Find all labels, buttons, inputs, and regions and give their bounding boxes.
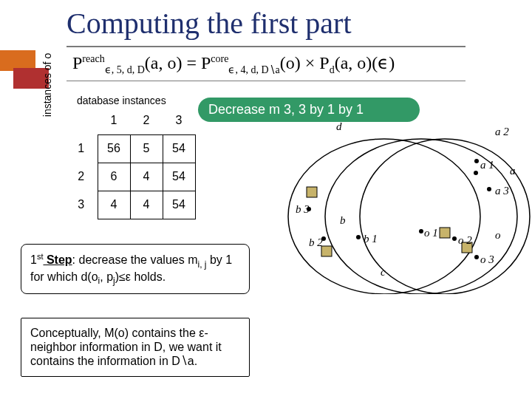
col-header: 3 [163, 106, 195, 134]
col-header: 1 [98, 106, 130, 134]
cell: 56 [98, 134, 130, 163]
svg-point-8 [487, 187, 491, 191]
cell: 4 [130, 163, 163, 191]
svg-point-13 [419, 229, 423, 233]
svg-point-7 [474, 159, 479, 163]
lbl-b1: b 1 [364, 233, 378, 245]
cell: 4 [130, 191, 163, 219]
lbl-a2: a 2 [495, 126, 509, 137]
cell: 54 [163, 191, 195, 219]
svg-rect-5 [440, 228, 450, 238]
lbl-o2: o 2 [458, 234, 472, 246]
lbl-o: o [495, 229, 501, 241]
svg-point-15 [474, 255, 479, 259]
cell: 5 [130, 134, 163, 163]
instances-of-o-label: instances of o [41, 41, 53, 129]
lbl-c: c [381, 266, 386, 278]
cell: 6 [98, 163, 130, 191]
mij-table: 1 2 3 1 56 5 54 2 6 4 54 3 4 4 54 [65, 106, 196, 219]
row-header: 3 [65, 191, 98, 219]
svg-point-11 [356, 235, 361, 239]
svg-rect-4 [321, 246, 332, 256]
row-header: 1 [65, 134, 98, 163]
formula: Preachϵ, 5, d, D(a, o) = Pcoreϵ, 4, d, D… [66, 46, 466, 81]
lbl-b: b [340, 214, 346, 226]
lbl-b2: b 2 [309, 236, 323, 248]
lbl-a1: a 1 [480, 159, 494, 171]
svg-point-14 [452, 236, 457, 241]
cell: 4 [98, 191, 130, 219]
lbl-b3: b 3 [296, 203, 310, 215]
svg-point-9 [474, 171, 478, 175]
slide-title: Computing the first part [66, 6, 352, 41]
lbl-a: a [510, 165, 516, 177]
lbl-a3: a 3 [495, 185, 509, 197]
lbl-o3: o 3 [480, 253, 494, 265]
step-box: 1st Step: decrease the values mi, j by 1… [21, 244, 250, 294]
svg-rect-3 [307, 187, 317, 197]
row-header: 2 [65, 163, 98, 191]
cell: 54 [163, 134, 195, 163]
lbl-d: d [336, 120, 342, 132]
venn-diagram: d a a 1 a 2 a 3 b 3 b b 2 b 1 c o o 1 o … [273, 117, 532, 294]
db-instances-label: database instances [77, 95, 166, 106]
concept-box: Conceptually, M(o) contains the ε-neighb… [21, 318, 250, 377]
cell: 54 [163, 163, 195, 191]
col-header: 2 [130, 106, 163, 134]
lbl-o1: o 1 [424, 227, 438, 239]
